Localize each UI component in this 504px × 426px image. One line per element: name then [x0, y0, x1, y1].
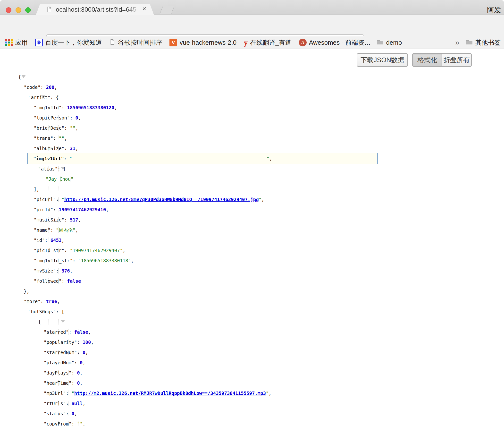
json-comma: , [26, 289, 29, 294]
json-colon: : [61, 105, 67, 110]
baidu-paw-icon [35, 39, 43, 46]
json-key: "img1v1Url" [33, 156, 64, 161]
json-key: "musicSize" [34, 217, 64, 222]
json-line: "starred": false, [0, 327, 504, 337]
json-key: "starredNum" [44, 350, 77, 355]
json-comma: , [114, 105, 117, 110]
bookmark-awesomes[interactable]: A Awesomes - 前端资… [299, 38, 371, 47]
json-num-value: 0 [77, 370, 80, 375]
json-key: "mvSize" [34, 268, 56, 273]
json-key: "followed" [34, 278, 61, 284]
tab-close-icon[interactable]: × [142, 5, 146, 13]
json-open-bracket: [ [61, 309, 64, 314]
json-key: "albumSize" [34, 146, 64, 151]
json-comma: , [123, 248, 125, 253]
json-bool-value: true [46, 299, 57, 304]
json-line: "followed": false [0, 276, 504, 286]
json-colon: : [70, 115, 76, 120]
json-key: "hearTime" [44, 380, 71, 386]
json-num-value: 0 [71, 411, 74, 416]
json-tree: {"code": 200,"artist": {"img1v1Id": 1856… [0, 72, 504, 426]
json-line: "rtUrls": null, [0, 398, 504, 409]
bookmark-vue-hackernews[interactable]: V vue-hackernews-2.0 [169, 39, 236, 46]
bookmark-youdao[interactable]: y 在线翻译_有道 [244, 38, 291, 47]
json-key: "briefDesc" [34, 125, 64, 131]
json-quote: " [267, 156, 269, 161]
json-colon: : [50, 95, 56, 100]
json-comma: , [261, 197, 264, 202]
json-line: "popularity": 100, [0, 337, 504, 347]
json-line: { [0, 72, 504, 82]
json-line: "code": 200, [0, 82, 504, 92]
json-num-value: 31 [70, 146, 76, 151]
json-line: { [0, 317, 504, 327]
json-colon: : [66, 391, 72, 396]
bookmark-apps[interactable]: 应用 [5, 38, 28, 47]
json-key: "img1v1Id" [34, 105, 61, 110]
json-line: "starredNum": 0, [0, 347, 504, 358]
json-line: "picUrl": "http://p4.music.126.net/8mv7q… [0, 194, 504, 204]
bookmark-google-sort[interactable]: 谷歌按时间排序 [109, 38, 162, 47]
minimize-window-button[interactable] [16, 7, 21, 13]
collapse-triangle-icon[interactable] [21, 75, 26, 83]
json-string-value: "18569651883380118" [78, 258, 131, 263]
json-line: "hotSongs": [ [0, 307, 504, 317]
json-key: "hotSongs" [28, 309, 56, 314]
json-line: "img1v1Url": "http://p4.music.126.net/Q_… [0, 153, 504, 164]
json-key: "picId" [34, 207, 53, 212]
json-colon: : [61, 278, 67, 284]
collapse-all-button[interactable]: 折叠所有 [442, 54, 471, 66]
bookmark-folder-other[interactable]: 其他书签 [466, 38, 501, 47]
json-key: "img1v1Id_str" [34, 258, 73, 263]
json-colon: : [53, 207, 59, 212]
json-link[interactable]: http://m2.music.126.net/RMJR7wDullRqppBk… [74, 391, 266, 396]
json-line: "copyFrom": "", [0, 419, 504, 426]
close-window-button[interactable] [6, 7, 11, 13]
json-num-value: 0 [83, 350, 85, 355]
indent-guide [59, 187, 59, 192]
awesomes-icon: A [299, 39, 307, 46]
json-colon: : [64, 217, 70, 222]
json-key: "artist" [28, 95, 50, 100]
json-link[interactable]: http://p4.music.126.net/8mv7qP30Pd3oHW8b… [64, 197, 259, 202]
json-quote: " [61, 197, 64, 202]
json-num-value: 6452 [50, 238, 62, 243]
bookmark-folder-demo[interactable]: demo [376, 39, 402, 46]
apps-grid-icon [5, 39, 13, 46]
json-key: "more" [24, 299, 41, 304]
json-comma: , [85, 350, 88, 355]
download-json-button[interactable]: 下载JSON数据 [357, 53, 408, 67]
bookmarks-overflow-icon[interactable]: » [455, 38, 459, 47]
bookmarks-bar: 应用 百度一下，你就知道 谷歌按时间排序 V vue-hackernews-2.… [0, 36, 504, 49]
json-string-value: "" [70, 125, 76, 131]
collapse-triangle-icon[interactable] [61, 320, 65, 328]
json-bool-value: false [74, 329, 88, 335]
indent-guide [80, 176, 80, 182]
json-link[interactable]: http://p4.music.126.net/Q_ExePNkmgB2yWyL… [72, 156, 267, 161]
json-quote: " [71, 391, 74, 396]
indent-guide [78, 411, 78, 416]
json-num-value: 18569651883380120 [67, 105, 114, 110]
page-content: 下载JSON数据 格式化 折叠所有 {"code": 200,"artist":… [0, 50, 504, 426]
json-comma: , [57, 299, 60, 304]
json-line: "hearTime": 0, [0, 378, 504, 388]
new-tab-button[interactable] [160, 6, 175, 14]
format-button[interactable]: 格式化 [413, 54, 442, 66]
json-comma: , [269, 156, 272, 161]
json-comma: , [91, 340, 94, 345]
bookmark-baidu[interactable]: 百度一下，你就知道 [35, 38, 102, 47]
json-key: "mp3Url" [44, 391, 66, 396]
zoom-window-button[interactable] [25, 7, 31, 13]
tab-strip: localhost:3000/artists?id=645 × 阿发 [0, 0, 504, 15]
youdao-icon: y [244, 38, 248, 47]
json-key: "playedNum" [44, 360, 74, 365]
json-line: "Jay Chou" [0, 174, 504, 184]
profile-name[interactable]: 阿发 [487, 5, 501, 15]
browser-tab[interactable]: localhost:3000/artists?id=645 × [36, 4, 154, 15]
json-colon: : [64, 146, 70, 151]
json-key: "picId_str" [34, 248, 64, 253]
json-colon: : [71, 370, 77, 375]
json-comma: , [83, 401, 85, 406]
folder-icon [466, 39, 473, 46]
json-num-value: 19097417462929410 [59, 207, 106, 212]
